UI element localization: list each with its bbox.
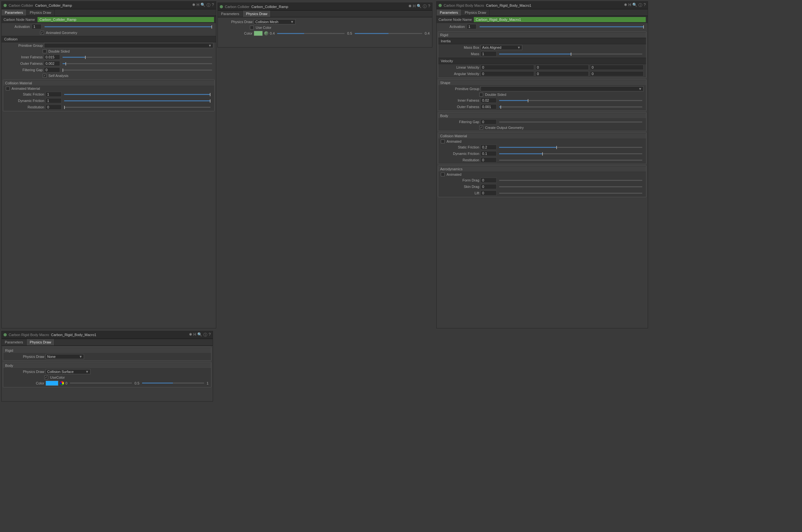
body-physics-draw-dropdown-p4[interactable]: Collision Surface ▼ (45, 369, 91, 374)
use-color-checkbox-p4[interactable] (44, 376, 48, 379)
gear-icon-p2[interactable]: ✱ (408, 4, 412, 9)
mass-slider-p3[interactable] (499, 54, 642, 55)
angular-v1-p3[interactable]: 0 (481, 71, 534, 76)
outer-fatness-value-p1[interactable]: 0.002 (44, 61, 60, 66)
info-icon-p2[interactable]: ⓘ (423, 4, 427, 9)
gear-icon[interactable]: ✱ (192, 3, 195, 8)
filtering-gap-value-p3[interactable]: 0 (481, 119, 497, 125)
dynamic-friction-value-p3[interactable]: 0.1 (481, 151, 497, 156)
linear-v2-p3[interactable]: 0 (536, 65, 589, 70)
outer-fatness-slider-p3[interactable] (499, 107, 642, 108)
outer-fatness-value-p3[interactable]: 0.001 (481, 104, 497, 109)
double-sided-checkbox-p1[interactable] (43, 50, 46, 53)
close-icon[interactable]: ? (212, 3, 214, 8)
color-circle-p2[interactable] (264, 31, 268, 36)
static-friction-slider-p1[interactable] (64, 94, 210, 95)
restitution-value-p3[interactable]: 0 (481, 157, 497, 163)
double-sided-checkbox-p3[interactable] (479, 93, 483, 96)
activation-value-p1[interactable]: 1 (32, 24, 41, 29)
form-drag-value-p3[interactable]: 0 (481, 178, 497, 183)
animated-geometry-checkbox-p1[interactable] (40, 31, 44, 35)
h-icon-p2[interactable]: H (413, 4, 416, 9)
mass-value-p3[interactable]: 1 (481, 51, 497, 56)
info-icon-p3[interactable]: ⓘ (638, 3, 642, 8)
color-slider2-p4[interactable] (142, 383, 204, 383)
self-analysis-checkbox-p1[interactable] (43, 74, 46, 78)
create-output-geometry-checkbox-p3[interactable] (479, 126, 483, 130)
filtering-gap-value-p1[interactable]: 0 (44, 67, 60, 73)
color-swatch-p2[interactable] (254, 31, 263, 36)
linear-v1-p3[interactable]: 0 (481, 65, 534, 70)
inner-fatness-slider-p3[interactable] (499, 100, 642, 101)
inner-fatness-slider-p1[interactable] (62, 57, 212, 58)
physics-draw-dropdown-p2[interactable]: Collision Mesh ▼ (254, 19, 296, 24)
h-icon[interactable]: H (197, 3, 200, 8)
tab-parameters-p4[interactable]: Parameters (2, 339, 26, 345)
activation-value-p3[interactable]: 1 (467, 24, 477, 29)
animated-checkbox-p3[interactable] (441, 139, 445, 143)
gear-icon-p3[interactable]: ✱ (624, 3, 627, 8)
outer-fatness-row-p3: Outer Fatness 0.001 (438, 103, 646, 110)
skin-drag-value-p3[interactable]: 0 (481, 184, 497, 189)
inner-fatness-value-p1[interactable]: 0.015 (44, 55, 60, 60)
search-icon[interactable]: 🔍 (201, 3, 205, 8)
restitution-slider-p1[interactable] (64, 107, 210, 108)
inner-fatness-value-p3[interactable]: 0.02 (481, 98, 497, 103)
skin-drag-slider-p3[interactable] (499, 186, 642, 187)
h-icon-p3[interactable]: H (629, 3, 631, 8)
info-icon-p4[interactable]: ⓘ (203, 332, 207, 338)
color-row-p2: Color 0.4 0.5 0.4 (218, 30, 432, 37)
restitution-slider-p3[interactable] (499, 160, 642, 161)
close-icon-p3[interactable]: ? (644, 3, 646, 8)
node-name-value-p1[interactable]: Carbon_Collider_Ramp (38, 17, 214, 22)
dynamic-friction-slider-p1[interactable] (64, 100, 210, 101)
color-slider1-p4[interactable] (70, 383, 132, 383)
dynamic-friction-value-p1[interactable]: 1 (45, 98, 61, 103)
primitive-group-dropdown-p3[interactable]: ▼ (481, 86, 644, 91)
node-name-titlebar: Carbon_Collider_Ramp (35, 3, 72, 7)
color-slider1-p2[interactable] (277, 33, 344, 34)
static-friction-value-p1[interactable]: 1 (45, 92, 61, 97)
linear-v3-p3[interactable]: 0 (590, 65, 644, 70)
lift-slider-p3[interactable] (499, 193, 642, 194)
title-icons: ✱ H 🔍 ⓘ ? (192, 3, 214, 8)
info-icon[interactable]: ⓘ (207, 3, 210, 8)
gear-icon-p4[interactable]: ✱ (189, 332, 192, 338)
tab-physics-draw-p3[interactable]: Physics Draw (462, 9, 490, 16)
tab-physics-draw-p2[interactable]: Physics Draw (243, 11, 271, 17)
angular-v2-p3[interactable]: 0 (536, 71, 589, 76)
tab-parameters-p2[interactable]: Parameters (218, 11, 243, 17)
restitution-value-p1[interactable]: 0 (45, 104, 61, 110)
close-icon-p2[interactable]: ? (428, 4, 430, 9)
rigid-physics-draw-dropdown-p4[interactable]: None ▼ (45, 354, 84, 359)
node-name-value-p3[interactable]: Carbon_Rigid_Body_Macro1 (474, 17, 646, 22)
static-friction-value-p3[interactable]: 0.2 (481, 145, 497, 150)
tab-parameters-p1[interactable]: Parameters (2, 9, 26, 16)
angular-v3-p3[interactable]: 0 (590, 71, 644, 76)
color-swatch-p4[interactable] (45, 381, 58, 386)
aero-animated-checkbox-p3[interactable] (441, 172, 445, 176)
close-icon-p4[interactable]: ? (208, 332, 211, 338)
color-circle-p4[interactable] (60, 381, 64, 385)
outer-fatness-slider-p1[interactable] (62, 63, 212, 64)
tab-physics-draw-p4[interactable]: Physics Draw (26, 339, 55, 345)
h-icon-p4[interactable]: H (193, 332, 196, 338)
search-icon-p4[interactable]: 🔍 (197, 332, 202, 338)
tab-parameters-p3[interactable]: Parameters (436, 9, 462, 16)
search-icon-p3[interactable]: 🔍 (632, 3, 637, 8)
color-slider2-p2[interactable] (355, 33, 422, 34)
lift-value-p3[interactable]: 0 (481, 190, 497, 196)
tab-physics-draw-p1[interactable]: Physics Draw (26, 9, 55, 16)
use-color-checkbox-p2[interactable] (250, 26, 254, 30)
form-drag-slider-p3[interactable] (499, 180, 642, 181)
filtering-gap-slider-p1[interactable] (62, 70, 212, 71)
static-friction-slider-p3[interactable] (499, 147, 642, 148)
filtering-gap-slider-p3[interactable] (499, 121, 642, 122)
dynamic-friction-slider-p3[interactable] (499, 153, 642, 154)
search-icon-p2[interactable]: 🔍 (417, 4, 422, 9)
mass-box-dropdown-p3[interactable]: Axis Aligned ▼ (481, 45, 522, 50)
primitive-group-dropdown-p1[interactable]: ▼ (44, 43, 213, 48)
activation-slider-p1[interactable] (44, 26, 212, 27)
activation-slider-p3[interactable] (480, 26, 644, 27)
animated-material-checkbox-p1[interactable] (6, 87, 10, 91)
